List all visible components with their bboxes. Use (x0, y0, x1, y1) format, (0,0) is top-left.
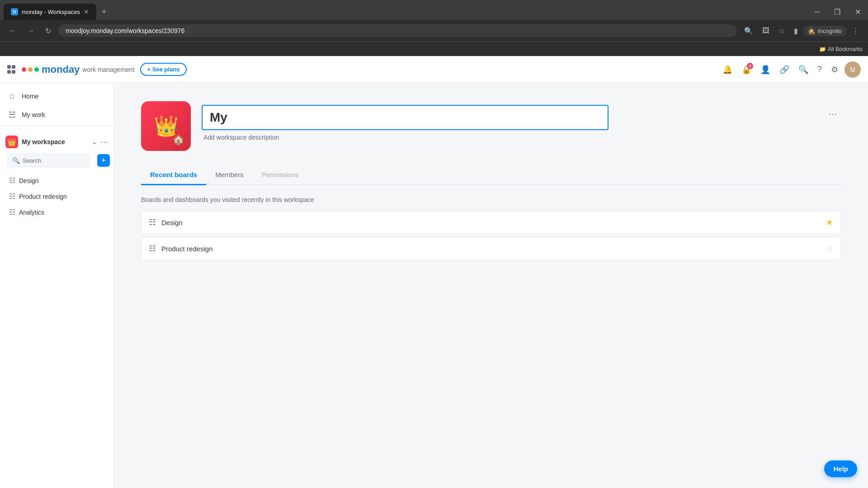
sidebar-board-product-redesign-label: Product redesign (19, 193, 67, 200)
board-grid-icon-3: ☷ (9, 208, 15, 216)
browser-toolbar: ← → ↻ moodjoy.monday.com/workspaces/2309… (0, 20, 868, 42)
bookmark-button[interactable]: ☆ (775, 25, 788, 37)
my-work-icon: ☵ (7, 110, 17, 120)
inbox-button[interactable]: 🔒 3 (739, 62, 754, 77)
close-button[interactable]: ✕ (848, 2, 868, 22)
home-icon: ⌂ (7, 91, 17, 101)
sidebar: ⌂ Home ☵ My work 👑 My workspace ⌄ ⋯ (0, 83, 114, 488)
new-tab-button[interactable]: + (96, 5, 112, 19)
browser-tab[interactable]: M monday - Workspaces ✕ (4, 4, 96, 20)
search-placeholder: Search (23, 157, 41, 164)
app-container: monday work management + See plans 🔔 🔒 3… (0, 56, 868, 488)
back-button[interactable]: ← (5, 25, 20, 37)
app-header: monday work management + See plans 🔔 🔒 3… (0, 56, 868, 83)
minimize-button[interactable]: ─ (807, 2, 827, 22)
logo: monday work management (22, 64, 135, 75)
house-icon: 🏠 (172, 134, 184, 145)
window-controls: ─ ❐ ✕ (807, 2, 868, 22)
apps-grid-button[interactable] (7, 65, 16, 74)
logo-monday-text: monday (42, 64, 80, 75)
board-grid-icon: ☷ (9, 176, 15, 185)
address-bar[interactable]: moodjoy.monday.com/workspaces/230976 (58, 24, 737, 37)
sidebar-board-design[interactable]: ☷ Design (0, 173, 113, 188)
people-button[interactable]: 👤 (758, 62, 773, 77)
incognito-label: Incognito (818, 28, 842, 34)
sidebar-board-analytics-label: Analytics (19, 209, 44, 216)
toolbar-actions: 🔍 🖼 ☆ ▮ 🕵 Incognito ⋮ (741, 25, 863, 37)
workspace-header-row[interactable]: 👑 My workspace ⌄ ⋯ (0, 132, 113, 152)
logo-dot-orange (28, 67, 33, 72)
bookmarks-folder-icon: 📁 (819, 46, 826, 52)
workspace-logo: 👑 🏠 (141, 101, 191, 151)
board-row-name-product-redesign: Product redesign (161, 245, 826, 253)
search-toolbar-button[interactable]: 🔍 (741, 25, 757, 37)
main-content: 👑 🏠 Add workspace description ⋯ Recent b… (114, 83, 868, 488)
workspace-tabs: Recent boards Members Permissions (141, 165, 841, 185)
all-bookmarks-link[interactable]: 📁 All Bookmarks (819, 46, 863, 52)
workspace-search[interactable]: 🔍 Search (7, 154, 90, 167)
board-grid-icon-2: ☷ (9, 192, 15, 201)
tab-recent-boards[interactable]: Recent boards (141, 165, 206, 185)
bookmarks-bar: 📁 All Bookmarks (0, 42, 868, 56)
sidebar-nav: ⌂ Home ☵ My work (0, 83, 113, 132)
tab-title: monday - Workspaces (22, 9, 80, 15)
search-add-row: 🔍 Search + (4, 152, 110, 169)
workspace-name-input[interactable] (202, 105, 609, 130)
logo-dot-red (22, 67, 26, 72)
sidebar-divider (0, 126, 113, 127)
settings-button[interactable]: ⚙ (828, 62, 841, 77)
main-layout: ⌂ Home ☵ My work 👑 My workspace ⌄ ⋯ (0, 83, 868, 488)
favicon: M (11, 8, 18, 15)
user-avatar[interactable]: U (844, 61, 861, 78)
tab-permissions: Permissions (253, 165, 308, 185)
incognito-icon: 🕵 (808, 28, 815, 34)
workspace-header-section: 👑 🏠 Add workspace description ⋯ (141, 101, 841, 151)
board-row-product-redesign[interactable]: ☷ Product redesign ☆ (141, 237, 841, 260)
boards-subtitle: Boards and dashboards you visited recent… (141, 196, 841, 203)
browser-chrome: M monday - Workspaces ✕ + ─ ❐ ✕ ← → ↻ mo… (0, 0, 868, 56)
sidebar-board-product-redesign[interactable]: ☷ Product redesign (0, 188, 113, 204)
board-row-icon-product-redesign: ☷ (149, 244, 156, 253)
tab-members[interactable]: Members (206, 165, 253, 185)
workspace-info: Add workspace description (202, 101, 814, 141)
more-toolbar-button[interactable]: ⋮ (848, 25, 863, 37)
logo-wm-text: work management (82, 66, 134, 73)
search-icon: 🔍 (12, 157, 20, 164)
board-row-icon-design: ☷ (149, 217, 156, 227)
incognito-indicator: 🕵 Incognito (803, 26, 846, 36)
add-board-button[interactable]: + (97, 154, 110, 167)
split-view-button[interactable]: ▮ (790, 25, 802, 37)
search-header-button[interactable]: 🔍 (796, 62, 811, 77)
workspace-more-button[interactable]: ⋯ (99, 137, 110, 147)
header-left: monday work management + See plans (7, 63, 187, 76)
workspace-more-options-button[interactable]: ⋯ (825, 105, 841, 123)
board-row-design[interactable]: ☷ Design ★ (141, 211, 841, 234)
sidebar-board-design-label: Design (19, 177, 39, 184)
integrations-button[interactable]: 🔗 (777, 62, 792, 77)
workspace-description[interactable]: Add workspace description (202, 134, 814, 141)
reload-button[interactable]: ↻ (42, 25, 55, 37)
sidebar-item-my-work[interactable]: ☵ My work (0, 105, 113, 124)
sidebar-item-home[interactable]: ⌂ Home (0, 87, 113, 105)
sidebar-my-work-label: My work (22, 111, 45, 118)
maximize-button[interactable]: ❐ (827, 2, 848, 22)
forward-button[interactable]: → (24, 25, 38, 37)
sidebar-board-analytics[interactable]: ☷ Analytics (0, 204, 113, 220)
sidebar-home-label: Home (22, 93, 38, 100)
workspace-chevron-icon: ⌄ (92, 138, 97, 145)
workspace-sidebar-icon: 👑 (5, 136, 18, 148)
see-plans-button[interactable]: + See plans (140, 63, 187, 76)
close-tab-icon[interactable]: ✕ (84, 8, 89, 15)
help-button[interactable]: Help (824, 460, 857, 477)
sidebar-workspace-section: 👑 My workspace ⌄ ⋯ 🔍 Search + ☷ (0, 132, 113, 220)
board-row-name-design: Design (161, 219, 826, 226)
header-icons: 🔔 🔒 3 👤 🔗 🔍 ? ⚙ U (720, 61, 861, 78)
browser-tab-bar: M monday - Workspaces ✕ + ─ ❐ ✕ (0, 0, 868, 20)
board-row-star-product-redesign[interactable]: ☆ (826, 244, 833, 253)
board-row-star-design[interactable]: ★ (826, 217, 833, 227)
notifications-button[interactable]: 🔔 (720, 62, 735, 77)
no-image-button[interactable]: 🖼 (759, 25, 773, 37)
help-header-button[interactable]: ? (815, 62, 825, 77)
logo-dot-green (34, 67, 39, 72)
sidebar-workspace-name: My workspace (22, 138, 92, 145)
